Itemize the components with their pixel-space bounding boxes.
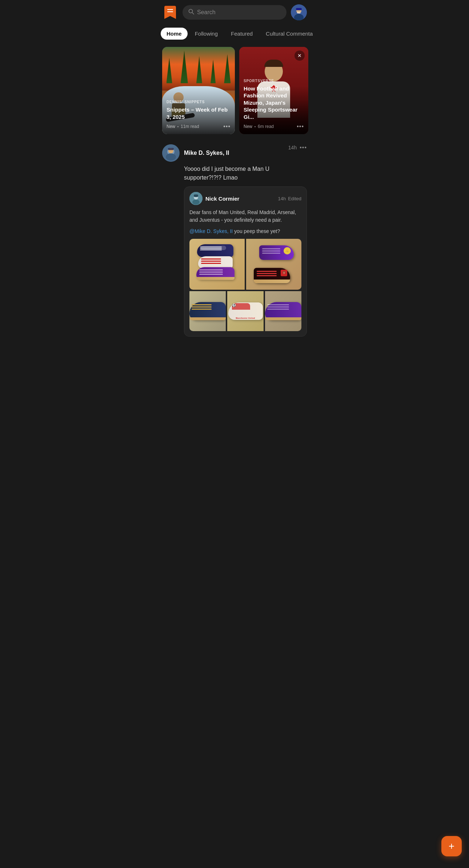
quoted-main-text: Dear fans of Man United, Real Madrid, Ar…	[189, 209, 296, 223]
card-2-more-button[interactable]: •••	[297, 123, 304, 130]
tab-following[interactable]: Following	[189, 28, 224, 40]
tab-cultural-commentary[interactable]: Cultural Commentary	[260, 28, 313, 40]
card-1-category: DENNIS' SNIPPETS	[167, 100, 231, 104]
svg-rect-0	[167, 9, 173, 10]
card-2-meta: New 6m read •••	[244, 123, 304, 130]
nav-tabs: Home Following Featured Cultural Comment…	[156, 25, 313, 43]
user-avatar[interactable]: 81	[291, 4, 307, 20]
post-header-right: 14h •••	[288, 144, 307, 151]
card-2-new: New	[244, 124, 252, 129]
search-bar[interactable]: Search	[183, 5, 286, 20]
shoe-image-5[interactable]: REAL MADRID	[265, 291, 301, 331]
card-2-read-time: 6m read	[258, 124, 274, 129]
quoted-author-avatar[interactable]	[189, 192, 203, 205]
quoted-author-name: Nick Cormier	[205, 196, 239, 202]
logo-button[interactable]	[162, 4, 178, 20]
card-2[interactable]: ✕ SPORTSVERSE How Football and Fashion R…	[239, 47, 308, 134]
quoted-post-header: Nick Cormier 14h Edited	[189, 192, 301, 205]
shoe-image-4[interactable]: ⚽ Manchester United	[227, 291, 264, 331]
card-1-more-button[interactable]: •••	[223, 123, 231, 130]
card-1[interactable]: DENNIS' SNIPPETS Snippets – Week of Feb …	[162, 47, 235, 134]
card-1-new: New	[167, 124, 175, 129]
quoted-mention-line: @Mike D. Sykes, II you peep these yet?	[189, 228, 301, 235]
quoted-header-left: Nick Cormier	[189, 192, 239, 205]
card-2-content: SPORTSVERSE How Football and Fashion Rev…	[239, 75, 308, 134]
mention-link[interactable]: @Mike D. Sykes, II	[189, 228, 233, 234]
app-header: Search 81	[156, 0, 313, 25]
card-1-meta: New 11m read •••	[167, 123, 231, 130]
card-1-read-time: 11m read	[181, 124, 199, 129]
tab-featured[interactable]: Featured	[225, 28, 258, 40]
svg-rect-17	[194, 194, 198, 197]
card-2-category: SPORTSVERSE	[244, 79, 304, 83]
svg-point-11	[166, 153, 176, 161]
post-header-left: Mike D. Sykes, II	[162, 144, 229, 162]
quoted-edited-badge: Edited	[288, 196, 301, 201]
svg-rect-13	[168, 148, 174, 150]
quoted-post: Nick Cormier 14h Edited Dear fans of Man…	[184, 186, 307, 337]
card-2-close-button[interactable]: ✕	[294, 51, 305, 61]
quoted-text: Dear fans of Man United, Real Madrid, Ar…	[189, 209, 301, 224]
post-time: 14h	[288, 145, 297, 150]
post-section: Mike D. Sykes, II 14h ••• Yoooo did I ju…	[156, 138, 313, 342]
shoe-image-grid: 👑 👹	[189, 239, 301, 290]
svg-point-16	[192, 200, 200, 205]
card-1-content: DENNIS' SNIPPETS Snippets – Week of Feb …	[162, 96, 235, 134]
quoted-time: 14h	[278, 196, 286, 201]
post-author-avatar[interactable]	[162, 144, 180, 162]
svg-text:81: 81	[297, 11, 301, 14]
shoe-image-2[interactable]: 👑 👹	[246, 239, 301, 290]
mention-suffix: you peep these yet?	[233, 228, 280, 234]
post-more-button[interactable]: •••	[300, 144, 307, 151]
post-header: Mike D. Sykes, II 14h •••	[162, 144, 307, 162]
post-text: Yoooo did I just become a Man U supporte…	[184, 165, 307, 182]
search-icon	[188, 9, 194, 16]
svg-line-3	[192, 13, 194, 15]
shoe-image-3[interactable]	[189, 291, 226, 331]
card-1-title: Snippets – Week of Feb 3, 2025	[167, 106, 231, 120]
tab-home[interactable]: Home	[161, 28, 188, 40]
post-author-name: Mike D. Sykes, II	[184, 150, 229, 156]
cards-carousel: DENNIS' SNIPPETS Snippets – Week of Feb …	[156, 43, 313, 138]
bookmark-logo-icon	[164, 6, 176, 19]
card-2-title: How Football and Fashion Revived Mizuno,…	[244, 85, 304, 121]
quoted-meta: 14h Edited	[278, 196, 301, 201]
svg-rect-7	[296, 8, 302, 10]
search-placeholder: Search	[197, 9, 216, 16]
shoe-image-1[interactable]	[189, 239, 245, 290]
svg-rect-1	[167, 11, 173, 12]
shoe-image-row: ⚽ Manchester United REAL MADRID	[189, 291, 301, 331]
